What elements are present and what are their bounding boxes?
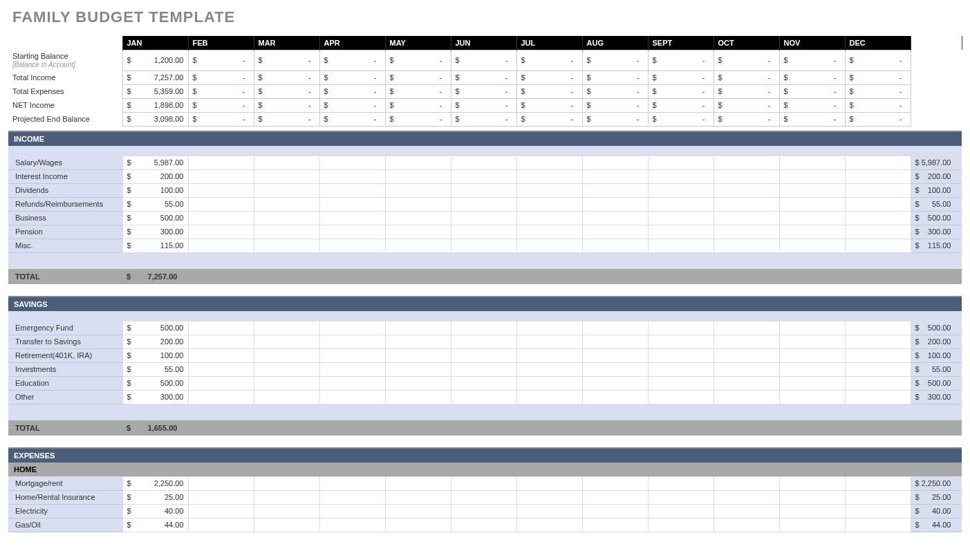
data-cell[interactable] [845, 239, 911, 252]
data-cell[interactable] [319, 156, 385, 169]
data-cell[interactable] [188, 390, 254, 404]
data-cell[interactable] [845, 321, 911, 335]
data-cell[interactable] [451, 183, 516, 197]
data-cell[interactable] [516, 197, 582, 211]
data-cell[interactable] [319, 169, 385, 183]
data-cell[interactable] [845, 504, 911, 518]
summary-cell[interactable]: $5,359.00 [122, 84, 188, 98]
data-cell[interactable] [582, 169, 648, 183]
data-cell[interactable] [779, 321, 845, 335]
data-cell[interactable] [648, 348, 713, 362]
data-cell[interactable] [845, 169, 911, 183]
data-cell[interactable] [385, 321, 451, 335]
summary-cell[interactable]: $- [779, 112, 845, 126]
data-cell[interactable] [516, 348, 582, 362]
data-cell[interactable] [845, 225, 911, 239]
summary-cell[interactable]: $- [319, 98, 385, 112]
summary-cell[interactable]: $- [582, 84, 648, 98]
data-cell[interactable] [254, 197, 319, 211]
data-cell[interactable] [188, 197, 254, 211]
data-cell[interactable] [319, 211, 385, 225]
data-cell[interactable] [582, 197, 648, 211]
data-cell[interactable] [713, 490, 779, 504]
data-cell[interactable] [516, 156, 582, 169]
data-cell[interactable] [713, 362, 779, 376]
data-cell[interactable] [385, 169, 451, 183]
data-cell[interactable] [648, 197, 713, 211]
data-cell[interactable] [516, 376, 582, 390]
data-cell[interactable] [385, 211, 451, 225]
data-cell[interactable] [451, 197, 516, 211]
data-cell[interactable] [188, 476, 254, 490]
data-cell[interactable] [713, 197, 779, 211]
data-cell[interactable] [845, 518, 911, 532]
summary-cell[interactable]: $- [254, 112, 319, 126]
data-cell[interactable] [648, 376, 713, 390]
summary-cell[interactable]: $- [319, 112, 385, 126]
summary-cell[interactable]: $- [188, 98, 254, 112]
data-cell[interactable] [648, 156, 713, 169]
data-cell[interactable] [516, 239, 582, 252]
data-cell[interactable] [319, 518, 385, 532]
data-cell[interactable] [779, 476, 845, 490]
data-cell[interactable]: $55.00 [122, 197, 188, 211]
data-cell[interactable]: $25.00 [122, 490, 188, 504]
data-cell[interactable] [845, 335, 911, 348]
data-cell[interactable] [451, 211, 516, 225]
summary-cell[interactable]: $- [779, 71, 845, 84]
summary-cell[interactable]: $- [648, 84, 713, 98]
data-cell[interactable] [845, 376, 911, 390]
data-cell[interactable]: $44.00 [122, 518, 188, 532]
summary-cell[interactable]: $- [254, 71, 319, 84]
summary-cell[interactable]: $- [451, 71, 516, 84]
summary-cell[interactable]: $7,257.00 [122, 71, 188, 84]
data-cell[interactable] [451, 390, 516, 404]
data-cell[interactable] [713, 376, 779, 390]
data-cell[interactable] [516, 504, 582, 518]
summary-cell[interactable]: $- [319, 71, 385, 84]
summary-cell[interactable]: $- [713, 112, 779, 126]
data-cell[interactable] [582, 239, 648, 252]
data-cell[interactable] [254, 169, 319, 183]
data-cell[interactable] [582, 321, 648, 335]
data-cell[interactable]: $40.00 [122, 504, 188, 518]
data-cell[interactable] [319, 362, 385, 376]
data-cell[interactable] [779, 335, 845, 348]
data-cell[interactable] [713, 476, 779, 490]
summary-cell[interactable]: $- [582, 98, 648, 112]
data-cell[interactable]: $300.00 [122, 390, 188, 404]
summary-cell[interactable]: $- [713, 98, 779, 112]
data-cell[interactable] [319, 376, 385, 390]
data-cell[interactable] [779, 225, 845, 239]
data-cell[interactable] [385, 225, 451, 239]
summary-cell[interactable]: $- [188, 50, 254, 71]
data-cell[interactable] [845, 490, 911, 504]
data-cell[interactable] [254, 490, 319, 504]
data-cell[interactable] [779, 197, 845, 211]
data-cell[interactable] [385, 376, 451, 390]
summary-cell[interactable]: $- [648, 112, 713, 126]
summary-cell[interactable]: $- [451, 112, 516, 126]
data-cell[interactable] [188, 156, 254, 169]
data-cell[interactable] [319, 348, 385, 362]
data-cell[interactable] [188, 239, 254, 252]
data-cell[interactable] [582, 518, 648, 532]
summary-cell[interactable]: $- [845, 98, 911, 112]
data-cell[interactable] [451, 348, 516, 362]
data-cell[interactable] [648, 504, 713, 518]
data-cell[interactable] [713, 183, 779, 197]
data-cell[interactable] [516, 390, 582, 404]
data-cell[interactable] [582, 156, 648, 169]
data-cell[interactable] [713, 504, 779, 518]
data-cell[interactable] [779, 211, 845, 225]
data-cell[interactable]: $5,987.00 [122, 156, 188, 169]
data-cell[interactable] [385, 183, 451, 197]
summary-cell[interactable]: $- [779, 84, 845, 98]
data-cell[interactable] [582, 211, 648, 225]
summary-cell[interactable]: $- [451, 50, 516, 71]
summary-cell[interactable]: $- [385, 50, 451, 71]
data-cell[interactable] [648, 211, 713, 225]
data-cell[interactable] [319, 490, 385, 504]
data-cell[interactable] [451, 169, 516, 183]
data-cell[interactable] [254, 476, 319, 490]
